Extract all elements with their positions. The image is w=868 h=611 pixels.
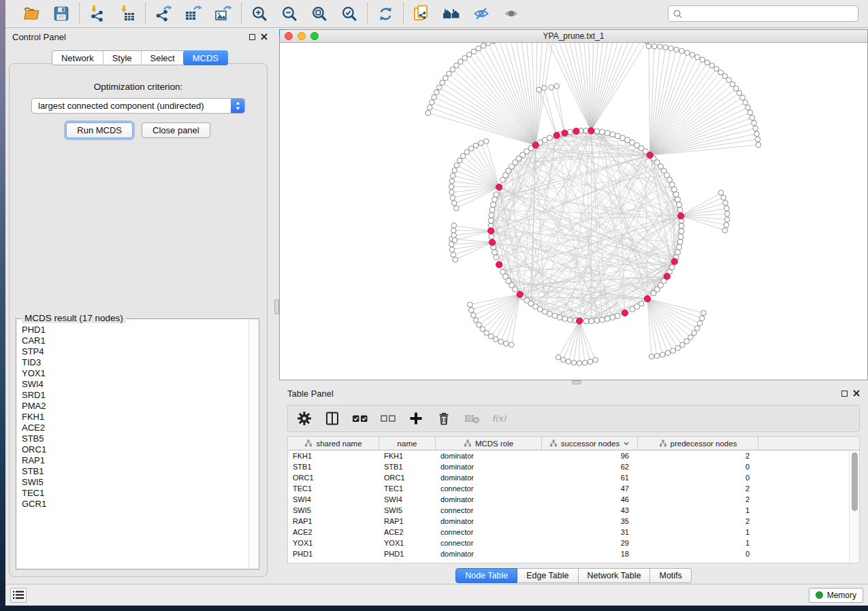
mcds-result-item[interactable]: TEC1 [22, 488, 248, 499]
column-label: shared name [316, 440, 361, 448]
mcds-result-item[interactable]: GCR1 [22, 499, 248, 510]
mcds-result-item[interactable]: STP4 [22, 346, 248, 357]
save-session-icon[interactable] [52, 4, 71, 23]
column-header-successor-nodes[interactable]: successor nodes [542, 437, 638, 450]
deselect-all-icon[interactable] [380, 410, 396, 427]
table-row[interactable]: ORC1ORC1dominator610 [288, 472, 849, 483]
close-panel-button[interactable]: Close panel [142, 122, 210, 138]
memory-button[interactable]: Memory [809, 588, 863, 603]
refresh-layout-icon[interactable] [376, 4, 395, 23]
mcds-result-item[interactable]: ACE2 [22, 423, 248, 433]
mcds-result-item[interactable]: ORC1 [22, 444, 248, 455]
table-row[interactable]: PHD1PHD1dominator180 [288, 548, 849, 559]
criterion-select[interactable]: largest connected component (undirected) [31, 98, 245, 114]
mcds-result-item[interactable]: STB1 [22, 466, 248, 477]
first-neighbors-icon[interactable] [442, 4, 461, 23]
cell-predecessor_nodes: 0 [638, 463, 758, 471]
column-header-MCDS-role[interactable]: MCDS role [436, 437, 542, 450]
shared-attribute-icon [659, 440, 667, 447]
close-panel-icon[interactable] [261, 33, 268, 40]
cell-predecessor_nodes: 1 [638, 528, 758, 536]
list-icon[interactable] [10, 588, 27, 603]
table-panel: Table Panel [279, 384, 868, 584]
hide-selected-icon[interactable] [472, 4, 491, 23]
table-row[interactable]: STB1STB1dominator620 [288, 461, 849, 472]
mcds-result-item[interactable]: RAP1 [22, 455, 248, 466]
add-column-icon[interactable] [408, 410, 424, 427]
close-panel-icon[interactable] [853, 390, 860, 397]
function-builder-icon[interactable]: f(x) [492, 410, 508, 427]
network-canvas[interactable] [280, 43, 867, 380]
horizontal-splitter[interactable] [279, 380, 868, 384]
table-row[interactable]: YOX1YOX1connector291 [288, 538, 849, 548]
mcds-result-item[interactable]: STB5 [22, 433, 248, 444]
mcds-result-item[interactable]: SWI4 [22, 379, 248, 390]
table-row[interactable]: RAP1RAP1dominator352 [288, 516, 849, 527]
mcds-result-item[interactable]: PMA2 [22, 401, 248, 412]
vertical-splitter[interactable] [274, 28, 279, 584]
export-table-icon[interactable] [184, 4, 203, 23]
tab-motifs[interactable]: Motifs [650, 568, 691, 583]
table-row[interactable]: SWI5SWI5connector431 [288, 505, 849, 516]
delete-column-icon[interactable] [436, 410, 452, 427]
column-header-predecessor-nodes[interactable]: predecessor nodes [638, 437, 758, 450]
float-panel-icon[interactable] [841, 391, 848, 397]
svg-text:f(x): f(x) [492, 414, 507, 423]
cell-predecessor_nodes: 2 [638, 495, 758, 503]
float-panel-icon[interactable] [249, 34, 255, 40]
column-label: name [398, 440, 417, 448]
cell-successor_nodes: 96 [542, 452, 638, 460]
network-tools-group [404, 4, 529, 23]
run-mcds-button[interactable]: Run MCDS [66, 122, 133, 138]
gear-icon[interactable] [296, 410, 312, 427]
cell-successor_nodes: 62 [542, 463, 638, 471]
table-row[interactable]: SWI4SWI4dominator462 [288, 494, 849, 505]
mcds-result-item[interactable]: SWI5 [22, 477, 248, 488]
tab-network-table[interactable]: Network Table [579, 568, 651, 583]
split-columns-icon[interactable] [324, 410, 340, 427]
zoom-selected-icon[interactable] [340, 4, 359, 23]
tab-network[interactable]: Network [52, 51, 103, 65]
open-session-icon[interactable] [22, 4, 41, 23]
search-input[interactable] [686, 7, 854, 20]
scrollbar-thumb[interactable] [852, 452, 858, 511]
cell-shared_name: FKH1 [288, 452, 379, 460]
import-table-icon[interactable] [118, 4, 137, 23]
cell-mcds_role: connector [436, 506, 542, 514]
tab-node-table[interactable]: Node Table [455, 568, 517, 583]
tab-mcds[interactable]: MCDS [183, 50, 228, 65]
cell-mcds_role: dominator [436, 495, 542, 503]
column-header-name[interactable]: name [379, 437, 436, 450]
cell-successor_nodes: 18 [542, 550, 638, 558]
table-row[interactable]: TEC1TEC1connector472 [288, 483, 849, 494]
show-all-icon[interactable] [502, 4, 521, 23]
mcds-result-item[interactable]: CAR1 [22, 335, 248, 346]
column-header-shared-name[interactable]: shared name [288, 437, 379, 450]
zoom-group [242, 4, 367, 23]
mcds-result-item[interactable]: PHD1 [22, 325, 248, 335]
cell-name: TEC1 [379, 484, 436, 493]
zoom-in-icon[interactable] [250, 4, 269, 23]
import-network-icon[interactable] [88, 4, 107, 23]
mcds-result-item[interactable]: TID3 [22, 357, 248, 368]
table-scrollbar[interactable] [849, 450, 859, 563]
new-network-from-selection-icon[interactable] [412, 4, 431, 23]
table-row[interactable]: ACE2ACE2connector311 [288, 527, 849, 538]
tab-style[interactable]: Style [103, 51, 141, 65]
mcds-result-item[interactable]: YOX1 [22, 368, 248, 379]
mcds-result-item[interactable]: FKH1 [22, 412, 248, 423]
tab-edge-table[interactable]: Edge Table [517, 568, 578, 583]
table-row[interactable]: FKH1FKH1dominator962 [288, 450, 849, 461]
tab-select[interactable]: Select [141, 51, 184, 65]
splitter-handle[interactable] [274, 299, 279, 314]
select-all-icon[interactable] [352, 410, 368, 427]
memory-status-icon [816, 591, 823, 599]
mcds-result-item[interactable]: SRD1 [22, 390, 248, 401]
export-network-icon[interactable] [154, 4, 173, 23]
zoom-fit-icon[interactable] [310, 4, 329, 23]
export-image-icon[interactable] [214, 4, 233, 23]
splitter-handle[interactable] [572, 380, 581, 384]
result-scrollbar[interactable] [248, 320, 258, 568]
zoom-out-icon[interactable] [280, 4, 299, 23]
delete-table-icon[interactable] [464, 410, 480, 427]
